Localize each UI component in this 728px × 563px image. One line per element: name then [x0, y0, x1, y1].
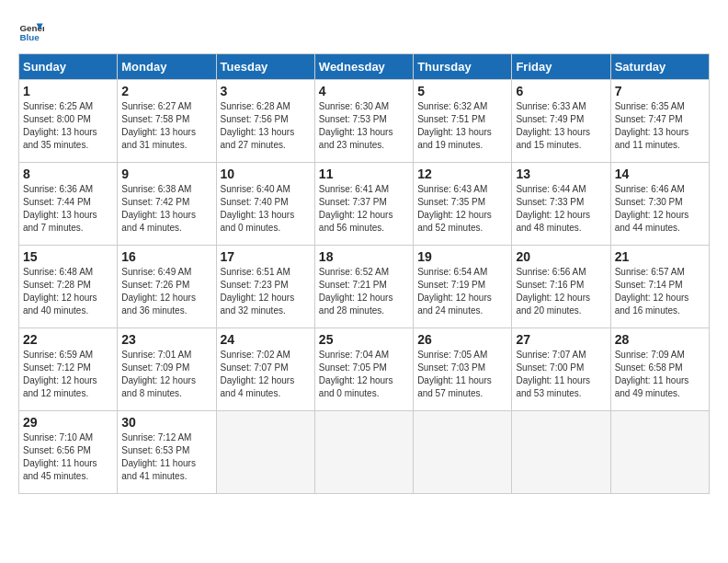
day-info: Sunrise: 6:25 AMSunset: 8:00 PMDaylight:…	[23, 101, 97, 150]
calendar-cell: 15 Sunrise: 6:48 AMSunset: 7:28 PMDaylig…	[19, 246, 118, 328]
day-info: Sunrise: 7:09 AMSunset: 6:58 PMDaylight:…	[615, 350, 689, 398]
day-info: Sunrise: 6:38 AMSunset: 7:42 PMDaylight:…	[121, 184, 196, 233]
calendar-week-4: 22 Sunrise: 6:59 AMSunset: 7:12 PMDaylig…	[19, 328, 710, 411]
day-number: 3	[221, 84, 311, 98]
day-number: 18	[319, 249, 409, 264]
day-info: Sunrise: 7:01 AMSunset: 7:09 PMDaylight:…	[121, 350, 196, 398]
day-info: Sunrise: 6:43 AMSunset: 7:35 PMDaylight:…	[417, 184, 492, 233]
calendar-cell: 4 Sunrise: 6:30 AMSunset: 7:53 PMDayligh…	[314, 80, 413, 163]
day-number: 8	[23, 167, 113, 181]
day-info: Sunrise: 6:36 AMSunset: 7:44 PMDaylight:…	[23, 184, 97, 233]
calendar-cell: 3 Sunrise: 6:28 AMSunset: 7:56 PMDayligh…	[216, 80, 314, 163]
calendar-cell: 22 Sunrise: 6:59 AMSunset: 7:12 PMDaylig…	[19, 328, 118, 411]
calendar-cell	[414, 411, 512, 494]
day-info: Sunrise: 6:44 AMSunset: 7:33 PMDaylight:…	[516, 184, 590, 233]
calendar-cell: 24 Sunrise: 7:02 AMSunset: 7:07 PMDaylig…	[216, 328, 314, 411]
calendar-cell: 2 Sunrise: 6:27 AMSunset: 7:58 PMDayligh…	[118, 80, 216, 163]
day-info: Sunrise: 6:35 AMSunset: 7:47 PMDaylight:…	[615, 101, 689, 150]
day-info: Sunrise: 6:56 AMSunset: 7:16 PMDaylight:…	[516, 267, 590, 316]
day-number: 7	[615, 84, 705, 98]
calendar-cell: 13 Sunrise: 6:44 AMSunset: 7:33 PMDaylig…	[512, 163, 610, 246]
calendar-cell: 16 Sunrise: 6:49 AMSunset: 7:26 PMDaylig…	[118, 246, 216, 328]
day-info: Sunrise: 7:05 AMSunset: 7:03 PMDaylight:…	[417, 350, 492, 398]
calendar-cell: 29 Sunrise: 7:10 AMSunset: 6:56 PMDaylig…	[19, 411, 118, 494]
day-info: Sunrise: 6:52 AMSunset: 7:21 PMDaylight:…	[319, 267, 393, 316]
day-number: 1	[23, 84, 113, 98]
day-info: Sunrise: 6:33 AMSunset: 7:49 PMDaylight:…	[516, 101, 590, 150]
calendar-cell: 11 Sunrise: 6:41 AMSunset: 7:37 PMDaylig…	[314, 163, 413, 246]
day-number: 10	[221, 167, 311, 181]
calendar-cell: 9 Sunrise: 6:38 AMSunset: 7:42 PMDayligh…	[118, 163, 216, 246]
day-number: 14	[615, 167, 705, 181]
calendar-cell: 17 Sunrise: 6:51 AMSunset: 7:23 PMDaylig…	[216, 246, 314, 328]
day-number: 20	[516, 249, 606, 264]
calendar-week-3: 15 Sunrise: 6:48 AMSunset: 7:28 PMDaylig…	[19, 246, 710, 328]
calendar-cell: 14 Sunrise: 6:46 AMSunset: 7:30 PMDaylig…	[610, 163, 709, 246]
logo-icon: General Blue	[18, 18, 44, 44]
calendar-cell: 30 Sunrise: 7:12 AMSunset: 6:53 PMDaylig…	[118, 411, 216, 494]
day-info: Sunrise: 6:30 AMSunset: 7:53 PMDaylight:…	[319, 101, 393, 150]
calendar-cell	[512, 411, 610, 494]
day-info: Sunrise: 6:54 AMSunset: 7:19 PMDaylight:…	[417, 267, 492, 316]
day-info: Sunrise: 6:49 AMSunset: 7:26 PMDaylight:…	[121, 267, 196, 316]
day-info: Sunrise: 6:32 AMSunset: 7:51 PMDaylight:…	[417, 101, 492, 150]
day-info: Sunrise: 6:48 AMSunset: 7:28 PMDaylight:…	[23, 267, 97, 316]
calendar-header-row: SundayMondayTuesdayWednesdayThursdayFrid…	[19, 54, 710, 80]
calendar-cell: 25 Sunrise: 7:04 AMSunset: 7:05 PMDaylig…	[314, 328, 413, 411]
day-number: 25	[319, 332, 409, 347]
calendar-cell: 23 Sunrise: 7:01 AMSunset: 7:09 PMDaylig…	[118, 328, 216, 411]
day-number: 30	[121, 415, 211, 430]
day-info: Sunrise: 6:27 AMSunset: 7:58 PMDaylight:…	[121, 101, 196, 150]
day-number: 21	[615, 249, 705, 264]
day-number: 11	[319, 167, 409, 181]
weekday-header-monday: Monday	[118, 54, 216, 80]
weekday-header-saturday: Saturday	[610, 54, 709, 80]
calendar-cell: 28 Sunrise: 7:09 AMSunset: 6:58 PMDaylig…	[610, 328, 709, 411]
calendar-cell: 20 Sunrise: 6:56 AMSunset: 7:16 PMDaylig…	[512, 246, 610, 328]
calendar-cell: 8 Sunrise: 6:36 AMSunset: 7:44 PMDayligh…	[19, 163, 118, 246]
calendar-cell: 1 Sunrise: 6:25 AMSunset: 8:00 PMDayligh…	[19, 80, 118, 163]
calendar-week-5: 29 Sunrise: 7:10 AMSunset: 6:56 PMDaylig…	[19, 411, 710, 494]
weekday-header-tuesday: Tuesday	[216, 54, 314, 80]
calendar-week-2: 8 Sunrise: 6:36 AMSunset: 7:44 PMDayligh…	[19, 163, 710, 246]
calendar-cell: 19 Sunrise: 6:54 AMSunset: 7:19 PMDaylig…	[414, 246, 512, 328]
calendar-cell: 5 Sunrise: 6:32 AMSunset: 7:51 PMDayligh…	[414, 80, 512, 163]
calendar-cell: 6 Sunrise: 6:33 AMSunset: 7:49 PMDayligh…	[512, 80, 610, 163]
calendar-cell	[314, 411, 413, 494]
calendar-table: SundayMondayTuesdayWednesdayThursdayFrid…	[18, 53, 710, 494]
day-info: Sunrise: 6:28 AMSunset: 7:56 PMDaylight:…	[221, 101, 295, 150]
day-number: 12	[417, 167, 507, 181]
day-info: Sunrise: 7:10 AMSunset: 6:56 PMDaylight:…	[23, 432, 97, 481]
day-number: 16	[121, 249, 211, 264]
calendar-cell: 12 Sunrise: 6:43 AMSunset: 7:35 PMDaylig…	[414, 163, 512, 246]
day-number: 24	[221, 332, 311, 347]
weekday-header-friday: Friday	[512, 54, 610, 80]
day-info: Sunrise: 7:07 AMSunset: 7:00 PMDaylight:…	[516, 350, 590, 398]
day-info: Sunrise: 6:51 AMSunset: 7:23 PMDaylight:…	[221, 267, 295, 316]
day-number: 17	[221, 249, 311, 264]
day-info: Sunrise: 7:02 AMSunset: 7:07 PMDaylight:…	[221, 350, 295, 398]
calendar-cell: 21 Sunrise: 6:57 AMSunset: 7:14 PMDaylig…	[610, 246, 709, 328]
day-number: 26	[417, 332, 507, 347]
day-number: 23	[121, 332, 211, 347]
day-number: 4	[319, 84, 409, 98]
weekday-header-sunday: Sunday	[19, 54, 118, 80]
calendar-body: 1 Sunrise: 6:25 AMSunset: 8:00 PMDayligh…	[19, 80, 710, 494]
calendar-week-1: 1 Sunrise: 6:25 AMSunset: 8:00 PMDayligh…	[19, 80, 710, 163]
weekday-header-wednesday: Wednesday	[314, 54, 413, 80]
calendar-cell: 27 Sunrise: 7:07 AMSunset: 7:00 PMDaylig…	[512, 328, 610, 411]
calendar-cell: 18 Sunrise: 6:52 AMSunset: 7:21 PMDaylig…	[314, 246, 413, 328]
day-number: 9	[121, 167, 211, 181]
day-info: Sunrise: 6:46 AMSunset: 7:30 PMDaylight:…	[615, 184, 689, 233]
calendar-cell	[216, 411, 314, 494]
day-info: Sunrise: 6:59 AMSunset: 7:12 PMDaylight:…	[23, 350, 97, 398]
day-number: 2	[121, 84, 211, 98]
day-number: 22	[23, 332, 113, 347]
day-info: Sunrise: 7:12 AMSunset: 6:53 PMDaylight:…	[121, 432, 196, 481]
weekday-header-thursday: Thursday	[414, 54, 512, 80]
calendar-cell: 26 Sunrise: 7:05 AMSunset: 7:03 PMDaylig…	[414, 328, 512, 411]
svg-text:Blue: Blue	[19, 32, 40, 42]
day-number: 15	[23, 249, 113, 264]
day-number: 28	[615, 332, 705, 347]
day-number: 27	[516, 332, 606, 347]
